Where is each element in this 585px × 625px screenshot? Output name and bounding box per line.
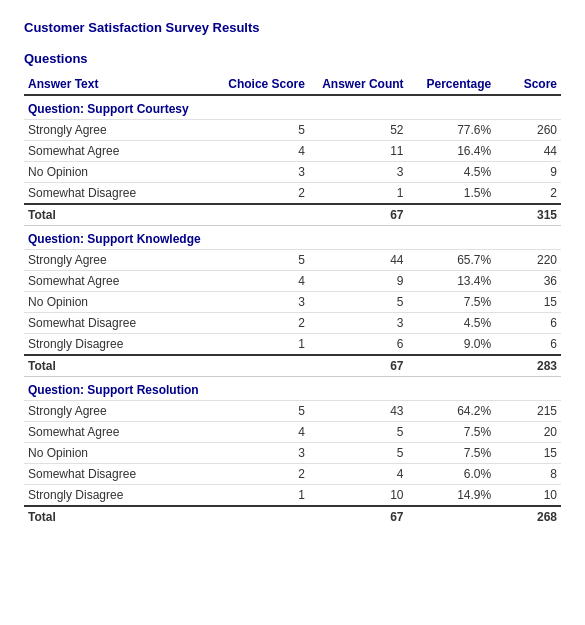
- col-header-choice: Choice Score: [210, 74, 309, 95]
- total-row: Total 67 315: [24, 204, 561, 226]
- percentage: 65.7%: [408, 250, 496, 271]
- total-label: Total: [24, 204, 210, 226]
- score: 2: [495, 183, 561, 205]
- answer-count: 5: [309, 422, 408, 443]
- total-label: Total: [24, 355, 210, 377]
- answer-text: Somewhat Disagree: [24, 464, 210, 485]
- percentage: 7.5%: [408, 422, 496, 443]
- answer-count: 6: [309, 334, 408, 356]
- table-row: Strongly Agree 5 44 65.7% 220: [24, 250, 561, 271]
- choice-score: 2: [210, 464, 309, 485]
- percentage: 64.2%: [408, 401, 496, 422]
- table-row: No Opinion 3 3 4.5% 9: [24, 162, 561, 183]
- total-count: 67: [309, 506, 408, 527]
- question-label: Question: Support Courtesy: [24, 95, 561, 120]
- answer-count: 11: [309, 141, 408, 162]
- table-row: Somewhat Disagree 2 1 1.5% 2: [24, 183, 561, 205]
- answer-count: 44: [309, 250, 408, 271]
- total-score: 283: [495, 355, 561, 377]
- answer-count: 10: [309, 485, 408, 507]
- answer-count: 43: [309, 401, 408, 422]
- table-row: Strongly Disagree 1 10 14.9% 10: [24, 485, 561, 507]
- total-pct: [408, 506, 496, 527]
- table-row: No Opinion 3 5 7.5% 15: [24, 292, 561, 313]
- col-header-answer: Answer Text: [24, 74, 210, 95]
- table-row: Strongly Disagree 1 6 9.0% 6: [24, 334, 561, 356]
- choice-score: 4: [210, 422, 309, 443]
- percentage: 7.5%: [408, 292, 496, 313]
- score: 215: [495, 401, 561, 422]
- table-row: Somewhat Agree 4 5 7.5% 20: [24, 422, 561, 443]
- table-row: No Opinion 3 5 7.5% 15: [24, 443, 561, 464]
- total-choice: [210, 204, 309, 226]
- section-title: Questions: [24, 51, 561, 66]
- score: 15: [495, 443, 561, 464]
- choice-score: 5: [210, 401, 309, 422]
- total-choice: [210, 355, 309, 377]
- answer-text: Somewhat Agree: [24, 141, 210, 162]
- question-label: Question: Support Knowledge: [24, 226, 561, 250]
- answer-count: 52: [309, 120, 408, 141]
- choice-score: 4: [210, 271, 309, 292]
- percentage: 77.6%: [408, 120, 496, 141]
- answer-count: 3: [309, 313, 408, 334]
- score: 8: [495, 464, 561, 485]
- total-score: 315: [495, 204, 561, 226]
- answer-text: Strongly Agree: [24, 250, 210, 271]
- table-row: Strongly Agree 5 52 77.6% 260: [24, 120, 561, 141]
- col-header-count: Answer Count: [309, 74, 408, 95]
- table-row: Strongly Agree 5 43 64.2% 215: [24, 401, 561, 422]
- answer-text: Strongly Agree: [24, 120, 210, 141]
- score: 36: [495, 271, 561, 292]
- answer-count: 5: [309, 443, 408, 464]
- question-row: Question: Support Courtesy: [24, 95, 561, 120]
- answer-text: Strongly Disagree: [24, 485, 210, 507]
- answer-count: 1: [309, 183, 408, 205]
- percentage: 9.0%: [408, 334, 496, 356]
- choice-score: 3: [210, 162, 309, 183]
- answer-count: 9: [309, 271, 408, 292]
- choice-score: 3: [210, 292, 309, 313]
- total-score: 268: [495, 506, 561, 527]
- choice-score: 5: [210, 250, 309, 271]
- percentage: 4.5%: [408, 313, 496, 334]
- percentage: 1.5%: [408, 183, 496, 205]
- table-row: Somewhat Disagree 2 3 4.5% 6: [24, 313, 561, 334]
- answer-text: No Opinion: [24, 443, 210, 464]
- answer-text: Somewhat Disagree: [24, 313, 210, 334]
- answer-text: Strongly Disagree: [24, 334, 210, 356]
- score: 220: [495, 250, 561, 271]
- choice-score: 2: [210, 183, 309, 205]
- col-header-score: Score: [495, 74, 561, 95]
- question-label: Question: Support Resolution: [24, 377, 561, 401]
- total-pct: [408, 355, 496, 377]
- question-row: Question: Support Knowledge: [24, 226, 561, 250]
- choice-score: 1: [210, 485, 309, 507]
- percentage: 6.0%: [408, 464, 496, 485]
- total-pct: [408, 204, 496, 226]
- choice-score: 3: [210, 443, 309, 464]
- score: 6: [495, 313, 561, 334]
- answer-text: Strongly Agree: [24, 401, 210, 422]
- score: 260: [495, 120, 561, 141]
- choice-score: 2: [210, 313, 309, 334]
- total-choice: [210, 506, 309, 527]
- results-table: Answer Text Choice Score Answer Count Pe…: [24, 74, 561, 527]
- total-count: 67: [309, 355, 408, 377]
- answer-text: Somewhat Agree: [24, 271, 210, 292]
- percentage: 16.4%: [408, 141, 496, 162]
- answer-text: Somewhat Disagree: [24, 183, 210, 205]
- score: 10: [495, 485, 561, 507]
- answer-count: 4: [309, 464, 408, 485]
- percentage: 7.5%: [408, 443, 496, 464]
- total-row: Total 67 283: [24, 355, 561, 377]
- answer-count: 3: [309, 162, 408, 183]
- percentage: 14.9%: [408, 485, 496, 507]
- score: 44: [495, 141, 561, 162]
- answer-text: No Opinion: [24, 162, 210, 183]
- score: 20: [495, 422, 561, 443]
- col-header-pct: Percentage: [408, 74, 496, 95]
- page-title: Customer Satisfaction Survey Results: [24, 20, 561, 35]
- answer-text: Somewhat Agree: [24, 422, 210, 443]
- answer-count: 5: [309, 292, 408, 313]
